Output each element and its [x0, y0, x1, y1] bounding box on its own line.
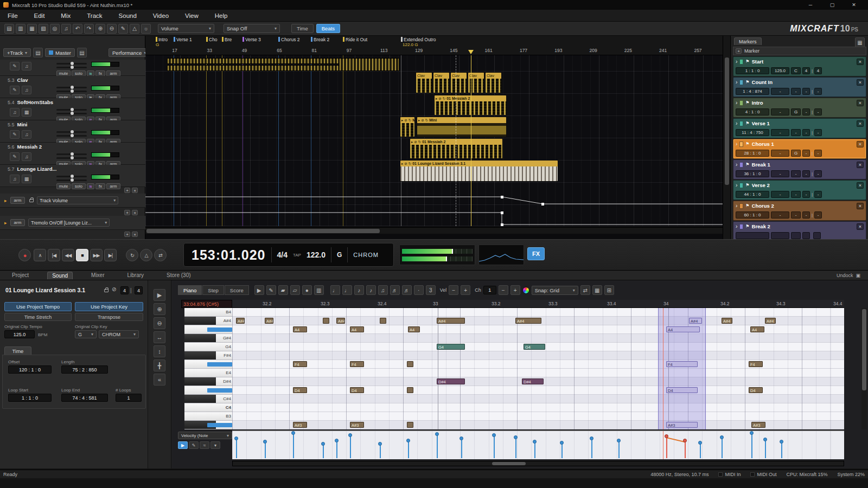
piano-roll-h-scrollbar[interactable] [232, 461, 844, 466]
midi-note-g4[interactable]: G4 [437, 344, 465, 350]
add-automation-button[interactable]: + [124, 232, 130, 237]
clip-loop-icon[interactable]: ↻ [425, 118, 428, 123]
midi-note-a4[interactable]: A4 [666, 326, 700, 332]
velocity-handle[interactable] [492, 433, 496, 437]
velocity-handle[interactable] [406, 439, 410, 442]
length-field[interactable]: 75 : 2 : 850 [61, 365, 108, 374]
delete-marker-button[interactable]: × [857, 141, 864, 147]
vel-pencil-icon[interactable]: ✎ [189, 441, 199, 449]
grid-row[interactable] [232, 369, 844, 377]
velocity-stem[interactable] [751, 434, 752, 458]
midi-note-as3[interactable]: A#3 [293, 422, 307, 428]
scale-display[interactable]: CHROM [353, 252, 379, 258]
clip-loop-icon[interactable]: ↻ [418, 140, 421, 144]
marker-meter-denominator[interactable]: - [814, 129, 822, 136]
num-loops-field[interactable]: 1 [116, 394, 142, 402]
automation-row[interactable]: ▸armTrack Volume [0, 194, 145, 208]
marker-position-field[interactable]: 1 : 1 : 0 [736, 67, 769, 74]
dock-tab-store-30-[interactable]: Store (30) [162, 272, 195, 279]
close-button[interactable]: ✕ [843, 0, 865, 10]
section-marker[interactable] [401, 37, 403, 42]
piano-key-c4[interactable]: C4 [184, 403, 232, 412]
midi-note-f4[interactable]: F4 [350, 361, 364, 367]
clip-play-icon[interactable]: ▸ [436, 97, 437, 101]
pan-slider[interactable] [56, 109, 87, 111]
expand-chevron-icon[interactable]: › [736, 203, 737, 209]
track-row-5.7[interactable]: 5.7Lounge Lizard...♫▦mutesolo≈fxarm [0, 165, 145, 187]
track-row-partial[interactable]: ✎♫mutesolo≈fxarm [0, 60, 145, 76]
midi-note-d4[interactable]: D4 [350, 387, 364, 393]
velocity-lane[interactable] [232, 431, 844, 459]
marker-meter-denominator[interactable]: - [814, 211, 822, 219]
expand-chevron-icon[interactable]: › [736, 120, 737, 126]
velocity-handle[interactable] [720, 435, 724, 439]
scrollbar-thumb[interactable] [725, 57, 729, 185]
piano-key-a4[interactable]: A4 [184, 325, 232, 334]
eraser-icon[interactable]: ▱ [290, 285, 300, 295]
marker-meter-numerator[interactable]: - [802, 211, 810, 219]
fast-forward-button[interactable]: ▶▶ [90, 249, 103, 261]
velocity-handle[interactable] [291, 431, 295, 435]
marker-key-field[interactable]: G [791, 150, 801, 157]
time-signature-display[interactable]: 4/4 [277, 251, 288, 259]
timeline-h-scrollbar[interactable] [145, 227, 723, 234]
editor-tab-score[interactable]: Score [225, 285, 249, 295]
time-tab[interactable]: Time [4, 346, 31, 355]
collapse-triangle-icon[interactable]: ▸ [4, 220, 7, 226]
marker-item-chorus-1[interactable]: ›⚑Chorus 1×28 : 1 : 0-G-|- [733, 139, 866, 159]
midi-note-g4[interactable]: G4 [524, 344, 545, 350]
clip-play-icon[interactable]: ▸ [401, 118, 403, 123]
triplet-button[interactable]: 3 [426, 285, 436, 295]
record-button[interactable]: ● [18, 249, 31, 261]
marker-tempo-field[interactable] [771, 232, 789, 239]
clip-play-icon[interactable]: ▸ [401, 162, 403, 166]
menu-view[interactable]: View [185, 12, 199, 19]
track-row-5.5[interactable]: 5.5Mini✎♫mutesolo≈fxarm [0, 120, 145, 143]
velocity-handle[interactable] [263, 440, 267, 444]
expand-chevron-icon[interactable]: › [736, 182, 737, 188]
pencil-icon[interactable]: ✎ [118, 24, 128, 34]
piano-key-as3[interactable]: A#3 [184, 421, 232, 429]
clip-01-messiah-2[interactable]: ▸⊘↻01 Messiah 2 [434, 95, 507, 115]
velocity-stem[interactable] [461, 440, 462, 458]
velocity-handle[interactable] [234, 436, 238, 440]
marker-meter-denominator[interactable]: - [814, 150, 822, 157]
markers-options-icon[interactable]: ▦ [855, 37, 865, 47]
marker-key-field[interactable]: C [791, 67, 801, 74]
punch-button[interactable]: ∧ [34, 249, 46, 261]
save-icon[interactable]: ▦ [27, 24, 37, 34]
delete-marker-button[interactable]: × [857, 182, 864, 189]
midi-note-a4[interactable]: A4 [293, 326, 307, 332]
vel-options-icon[interactable]: ▾ [210, 441, 220, 449]
clip-scale-dropdown[interactable]: CHROM [99, 330, 139, 338]
clip-clav[interactable]: Clav [468, 72, 484, 93]
note-value-button-3[interactable]: ♪ [366, 285, 376, 295]
grid-options-icon[interactable]: ▦ [592, 285, 602, 295]
dock-tab-mixer[interactable]: Mixer [87, 272, 108, 279]
play-icon[interactable]: ▶ [254, 285, 264, 295]
clip-mute-icon[interactable]: ⊘ [421, 118, 424, 123]
expand-chevron-icon[interactable]: › [736, 100, 737, 106]
velocity-stem[interactable] [437, 435, 438, 458]
automation-arm-button[interactable]: arm [10, 197, 25, 204]
velocity-stem[interactable] [700, 444, 701, 458]
velocity-handle[interactable] [514, 435, 518, 439]
velocity-stem[interactable] [494, 436, 495, 458]
marker-meter-denominator[interactable]: - [814, 170, 822, 177]
midi-note-a4[interactable]: A4 [350, 326, 364, 332]
vel-select-icon[interactable]: ▶ [178, 441, 188, 449]
marker-item-chorus-2[interactable]: ›⚑Chorus 2×60 : 1 : 0---|- [733, 201, 866, 221]
note-value-button-1[interactable]: ♩ [342, 285, 352, 295]
audio-strip-clip[interactable] [339, 58, 399, 71]
piano-key-b3[interactable]: B3 [184, 412, 232, 421]
zoom-in-icon[interactable]: ⊕ [95, 24, 105, 34]
piano-key-fs4[interactable]: F#4 [184, 351, 232, 360]
velocity-handle[interactable] [533, 440, 537, 444]
lock-icon[interactable] [29, 199, 34, 202]
velocity-handle[interactable] [459, 436, 463, 440]
offset-field[interactable]: 120 : 1 : 0 [8, 365, 52, 374]
delete-marker-button[interactable]: × [857, 59, 864, 65]
timeline[interactable]: ClavClavClavClavClav▸⊘↻01 Messiah 2▸⊘↻Mi… [145, 36, 723, 239]
velocity-stem[interactable] [685, 442, 686, 458]
velocity-stem[interactable] [336, 442, 337, 458]
